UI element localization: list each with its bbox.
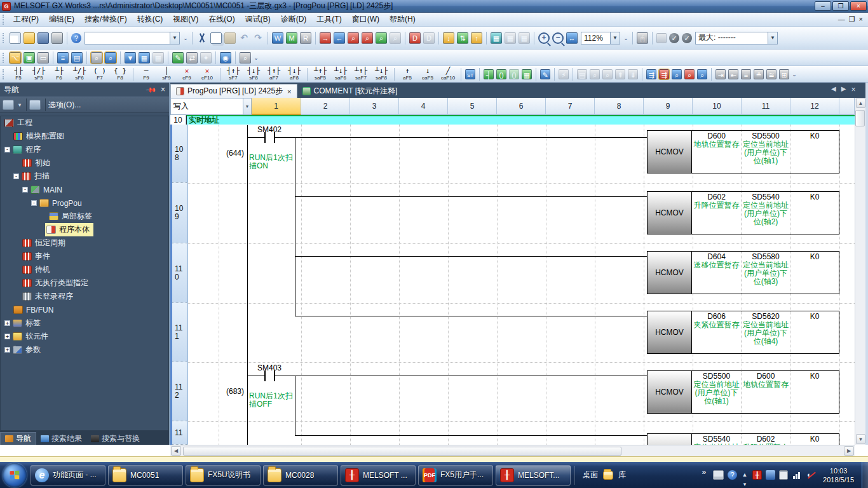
library-folder-icon[interactable] — [603, 471, 613, 480]
taskbar-melsoft-1[interactable]: ╂ MELSOFT ... — [341, 465, 416, 485]
toolbar-chevron[interactable]: » — [702, 468, 706, 477]
operand-device[interactable]: K0 — [791, 193, 838, 201]
doc-download-icon[interactable]: ↓ — [443, 32, 454, 44]
restore-button[interactable]: ❐ — [832, 1, 849, 11]
ladder-gray2-icon[interactable]: ▦ — [519, 32, 530, 44]
column-header-11[interactable]: 11 — [742, 98, 790, 115]
speed-select[interactable]: 最大: -------▼ — [695, 32, 778, 44]
edit-coil-icon[interactable]: () — [496, 69, 506, 79]
column-header-10[interactable]: 10 — [693, 98, 742, 115]
navigation-window-icon[interactable]: ⌥ — [10, 52, 21, 64]
vertical-scroll-thumb[interactable] — [855, 110, 865, 126]
operand-device[interactable]: K0 — [791, 132, 838, 140]
rising-pulse-button[interactable]: ┤↑├sF7 — [224, 67, 243, 82]
operand-device[interactable]: D602 — [742, 435, 789, 444]
tree-item-local-label[interactable]: 局部标签 — [1, 210, 168, 223]
device-batch-icon[interactable]: ▦ — [139, 52, 150, 64]
insert-row-icon[interactable]: ⇥ — [715, 69, 726, 79]
monitor-mode-icon[interactable]: M — [286, 32, 297, 44]
operand-device[interactable]: K0 — [791, 435, 838, 444]
nav-tab-search-results[interactable]: 搜索结果 — [36, 432, 86, 445]
taskbar-ie-button[interactable]: e 功能页面 - ... — [31, 465, 105, 485]
tab-progpou[interactable]: ProgPou [PRG] [LD] 2425步 × — [170, 84, 297, 98]
monitor-stop-icon[interactable]: ⌕ — [390, 32, 401, 44]
open-branch-button[interactable]: ┴├F6 — [50, 67, 69, 82]
device-display-icon[interactable]: ◉ — [220, 52, 231, 64]
taskbar-pdf[interactable]: PDF FX5用户手... — [418, 465, 493, 485]
coil-button[interactable]: ( )F7 — [90, 67, 109, 82]
menu-diagnostics[interactable]: 诊断(D) — [276, 13, 312, 26]
operand-device[interactable]: SD5620 — [742, 312, 789, 321]
app-tray-icon[interactable] — [766, 470, 775, 480]
zoom-out-icon[interactable]: − — [552, 32, 564, 44]
tab-scroll-left-icon[interactable]: ◀ — [831, 85, 836, 94]
clipboard-tray-icon[interactable] — [779, 470, 788, 480]
nav-tab-navigation[interactable]: 导航 — [0, 432, 36, 445]
io-check-icon[interactable]: ⇄ — [186, 52, 198, 64]
tool-icon[interactable]: 🖰 — [637, 32, 648, 44]
pulse-branch3-button[interactable]: ┴↑├saF7 — [351, 67, 370, 82]
nav-close-icon[interactable]: × — [161, 85, 165, 94]
horizontal-scroll-thumb[interactable] — [183, 447, 621, 456]
instruction-block[interactable]: HCMOV D602升降位置暂存 SD5540定位当前地址(用户单位)下位(轴2… — [647, 191, 839, 234]
ladder-canvas[interactable]: 108 109 110 111 112 11 SM402 (644) RUN后1… — [170, 125, 855, 445]
doc-upload-icon[interactable]: ↑ — [471, 32, 482, 44]
save-icon[interactable] — [37, 32, 49, 44]
doc-sync-icon[interactable]: ⇅ — [457, 32, 468, 44]
find-window-icon[interactable]: ⌕ — [105, 52, 116, 64]
column-header-7[interactable]: 7 — [546, 98, 595, 115]
copy-icon[interactable] — [210, 32, 222, 44]
tab-scroll-right-icon[interactable]: ▶ — [841, 85, 846, 94]
track-b-icon[interactable]: ⇶ — [659, 69, 669, 79]
network-tray-icon[interactable] — [792, 470, 803, 480]
write-to-plc-icon[interactable]: W — [272, 32, 283, 44]
menu-debug[interactable]: 调试(B) — [240, 13, 276, 26]
module-icon[interactable]: ▭ — [37, 52, 49, 64]
tree-collapse-icon[interactable] — [29, 100, 41, 110]
operand-device[interactable]: SD5540 — [742, 193, 789, 201]
program-list-icon[interactable]: ≡ — [57, 52, 69, 64]
operand-device[interactable]: SD5540 — [693, 435, 740, 444]
edit-find-icon[interactable]: ⌕ — [684, 69, 695, 79]
operand-device[interactable]: SD5500 — [742, 132, 789, 140]
pin-icon[interactable]: 📌 — [146, 84, 158, 96]
tab-comment[interactable]: COMMENT [软元件注释] — [297, 84, 403, 98]
vline-button[interactable]: │sF9 — [157, 67, 176, 82]
align-left-icon[interactable]: ≡ — [741, 69, 751, 79]
tree-item-scan[interactable]: -扫描 — [1, 170, 168, 183]
online-read-icon[interactable]: ← — [334, 32, 345, 44]
remark-icon[interactable]: ✎ — [540, 69, 550, 79]
operand-device[interactable]: D602 — [693, 193, 740, 201]
tree-item-event[interactable]: 事件 — [1, 250, 168, 263]
pulse-branch2-button[interactable]: ┴↓├saF6 — [331, 67, 350, 82]
tree-item-unregistered[interactable]: 未登录程序 — [1, 290, 168, 303]
scroll-right-icon[interactable]: ▶ — [844, 446, 854, 456]
close-button[interactable]: × — [850, 1, 867, 11]
taskbar-folder-mc0028[interactable]: MC0028 — [263, 465, 338, 485]
menu-convert[interactable]: 转换(C) — [132, 13, 168, 26]
paste-icon[interactable] — [224, 32, 236, 44]
column-header-9[interactable]: 9 — [644, 98, 693, 115]
instruction-block[interactable]: HCMOV SD5500定位当前地址(用户单位)下位(轴1) D600地轨位置暂… — [647, 370, 839, 414]
falling-pulse-close-button[interactable]: ┤↓├aF8 — [285, 67, 304, 82]
mdi-restore-icon[interactable]: ❒ — [849, 15, 855, 24]
operand-device[interactable]: K0 — [791, 372, 838, 381]
align-mid-icon[interactable]: ≗ — [754, 69, 764, 79]
tree-item-program-body[interactable]: 程序本体 — [1, 223, 168, 236]
dev-find-icon[interactable]: ⌕ — [697, 69, 707, 79]
tree-item-program[interactable]: -程序 — [1, 143, 168, 156]
library-toolbar-label[interactable]: 库 — [618, 470, 626, 480]
device-search-red-icon[interactable]: ⌕ — [348, 32, 359, 44]
undo-icon[interactable]: ↶ — [238, 32, 250, 44]
tree-item-module-config[interactable]: 模块配置图 — [1, 130, 168, 143]
pulse-branch4-button[interactable]: ┴↓├saF8 — [372, 67, 391, 82]
find-ladder-icon[interactable]: ⌕ — [672, 69, 682, 79]
taskbar-clock[interactable]: 10:03 2018/5/15 — [823, 466, 854, 484]
new-icon[interactable] — [10, 32, 21, 44]
show-hidden-icons[interactable]: ▲▾ — [741, 470, 749, 480]
check-gray-icon[interactable]: ✓ — [669, 33, 679, 43]
project-selector[interactable]: ▼ — [85, 32, 180, 44]
align-right-icon[interactable]: ≊ — [766, 69, 776, 79]
column-header-12[interactable]: 12 — [790, 98, 839, 115]
tree-item-label[interactable]: +标签 — [1, 316, 168, 330]
